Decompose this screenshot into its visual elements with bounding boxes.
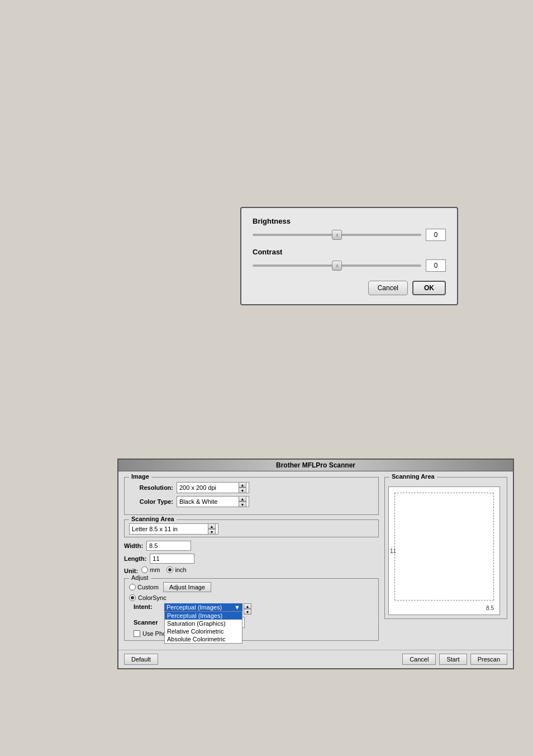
unit-mm-label: mm [150,566,160,573]
width-label: Width: [124,542,143,549]
contrast-thumb[interactable] [332,261,342,271]
color-type-select[interactable]: Black & White ▲ ▼ [177,496,249,507]
scanner-cancel-button[interactable]: Cancel [402,654,436,665]
scanner-dialog: Brother MFLPro Scanner Image Resolution:… [117,459,514,669]
scanning-area-group-title: Scanning Area [389,473,437,480]
footer-right-buttons: Cancel Start Prescan [402,654,507,665]
scanning-area-select[interactable]: Letter 8.5 x 11 in ▲ ▼ [129,523,218,535]
intent-stepper[interactable]: ▲ ▼ [244,603,251,615]
color-type-stepper[interactable]: ▲ ▼ [239,496,246,507]
color-type-label: Color Type: [129,498,177,505]
brightness-slider-row: 0 [253,229,446,241]
scanning-area-preview-group: Scanning Area 11 8.5 [384,477,507,619]
custom-radio-circle[interactable] [129,584,136,590]
brightness-section: Brightness 0 [253,217,446,241]
contrast-track [253,264,421,267]
prescan-button[interactable]: Prescan [470,654,507,665]
scan-area-inner [394,493,494,601]
adjust-image-button[interactable]: Adjust Image [163,582,211,592]
scan-area-height-label: 11 [390,548,396,554]
contrast-label: Contrast [253,248,446,256]
scanner-left-column: Image Resolution: 200 x 200 dpi ▲ ▼ Colo… [124,477,379,644]
intent-dropdown-container: Perceptual (Images) ▼ Perceptual (Images… [164,603,242,611]
brightness-value[interactable]: 0 [426,229,446,241]
brightness-track [253,234,421,236]
image-group-title: Image [129,473,151,480]
brightness-thumb[interactable] [332,230,342,240]
unit-inch-radio[interactable]: inch [166,566,186,573]
start-button[interactable]: Start [439,654,467,665]
intent-item-absolute[interactable]: Absolute Colorimetric [165,635,242,643]
scanning-area-value: Letter 8.5 x 11 in [132,526,178,532]
usepho-checkbox[interactable] [134,630,140,637]
intent-popup: Perceptual (Images) Saturation (Graphics… [164,611,242,644]
intent-selected: Perceptual (Images) [166,604,222,611]
resolution-label: Resolution: [129,484,177,491]
resolution-down[interactable]: ▼ [239,488,246,493]
length-row: Length: 11 [124,554,379,564]
intent-down[interactable]: ▼ [244,609,251,615]
brightness-ok-button[interactable]: OK [412,281,446,295]
color-type-row: Color Type: Black & White ▲ ▼ [129,496,374,507]
custom-label: Custom [137,584,159,590]
intent-section: Intent: Perceptual (Images) ▼ Perceptual… [134,603,374,637]
contrast-slider-row: 0 [253,259,446,272]
brightness-label: Brightness [253,217,446,225]
default-button[interactable]: Default [124,654,158,665]
scanner-body: Image Resolution: 200 x 200 dpi ▲ ▼ Colo… [118,471,513,650]
adjust-title: Adjust [129,574,151,581]
colorsync-label: ColorSync [138,594,166,601]
contrast-section: Contrast 0 [253,248,446,272]
color-type-down[interactable]: ▼ [239,502,246,507]
unit-inch-label: inch [175,566,186,573]
unit-mm-radio[interactable]: mm [141,566,160,573]
contrast-value[interactable]: 0 [426,259,446,272]
scanning-area-select-row: Scanning Area Letter 8.5 x 11 in ▲ ▼ [124,519,379,537]
color-type-value: Black & White [179,498,217,505]
resolution-row: Resolution: 200 x 200 dpi ▲ ▼ [129,482,374,493]
width-row: Width: 8.5 [124,541,379,551]
length-input[interactable]: 11 [150,554,194,564]
intent-item-saturation[interactable]: Saturation (Graphics) [165,620,242,627]
intent-row: Intent: Perceptual (Images) ▼ Perceptual… [134,603,374,615]
resolution-up[interactable]: ▲ [239,482,246,488]
resolution-stepper[interactable]: ▲ ▼ [239,482,246,493]
intent-up[interactable]: ▲ [244,603,251,609]
scan-area-preview: 11 8.5 [388,486,500,615]
custom-radio[interactable]: Custom [129,584,159,590]
unit-row: Unit: mm inch [124,566,379,575]
brightness-contrast-dialog: Brightness 0 Contrast 0 Cancel OK [240,207,458,305]
adjust-section: Adjust Custom Adjust Image ColorSync Int… [124,578,379,641]
scanner-title: Brother MFLPro Scanner [276,461,355,469]
scan-area-width-label: 8.5 [486,605,494,611]
intent-item-relative[interactable]: Relative Colorimetric [165,627,242,635]
scanner-footer: Default Cancel Start Prescan [118,650,513,668]
colorsync-row: ColorSync [129,594,374,601]
usepho-label: Use Pho [142,630,166,637]
intent-dropdown[interactable]: Perceptual (Images) ▼ [164,603,242,611]
scanning-area-select-label: Scanning Area [129,516,177,522]
length-label: Length: [124,555,146,562]
resolution-select[interactable]: 200 x 200 dpi ▲ ▼ [177,482,249,493]
scanning-area-up[interactable]: ▲ [208,523,216,529]
width-input[interactable]: 8.5 [146,541,191,551]
scanner-titlebar: Brother MFLPro Scanner [118,460,513,471]
colorsync-radio-circle[interactable] [129,594,136,601]
mm-radio-circle[interactable] [141,566,148,573]
image-group: Image Resolution: 200 x 200 dpi ▲ ▼ Colo… [124,477,379,515]
scanner-right-column: Scanning Area 11 8.5 [384,477,507,644]
intent-label: Intent: [134,603,164,610]
intent-arrow: ▼ [234,604,240,611]
unit-label: Unit: [124,568,138,574]
color-type-up[interactable]: ▲ [239,496,246,502]
dialog-buttons: Cancel OK [253,281,446,295]
brightness-cancel-button[interactable]: Cancel [368,281,408,295]
unit-radio-group: mm inch [141,566,187,573]
scanning-area-stepper[interactable]: ▲ ▼ [208,523,216,535]
scanning-area-down[interactable]: ▼ [208,529,216,535]
inch-radio-circle[interactable] [166,566,173,573]
intent-item-perceptual[interactable]: Perceptual (Images) [165,612,242,620]
resolution-value: 200 x 200 dpi [179,484,216,491]
custom-adjust-row: Custom Adjust Image [129,582,374,592]
scanner-select-label: Scanner [134,619,164,626]
